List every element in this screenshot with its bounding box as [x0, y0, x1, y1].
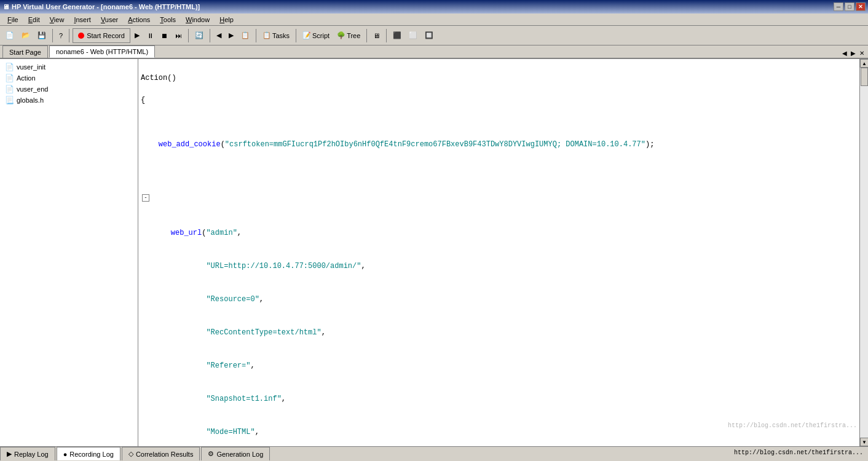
close-button[interactable]: ✕ [856, 2, 866, 11]
code-line-admin-4: "Referer=", [153, 360, 857, 371]
code-line-blank [141, 117, 857, 128]
next-snap-button[interactable]: ▶ [226, 28, 237, 43]
tab-replay-log[interactable]: ▶ Replay Log [0, 447, 55, 460]
code-line-admin-1: "URL=http://10.10.4.77:5000/admin/", [153, 261, 857, 272]
code-line-blank2 [141, 161, 857, 172]
recording-log-icon: ● [63, 451, 68, 458]
tab-start-page[interactable]: Start Page [2, 45, 48, 58]
title-bar-controls: ─ □ ✕ [834, 2, 866, 11]
code-line-admin-url: web_url("admin", [153, 227, 857, 238]
add-snap-button[interactable]: 📋 [238, 28, 253, 43]
separator-1 [52, 29, 53, 42]
scroll-thumb[interactable] [861, 68, 868, 86]
help-button[interactable]: ? [56, 28, 66, 43]
refresh-icon: 🔄 [195, 31, 203, 39]
icon1-icon: ⬛ [393, 31, 401, 39]
generation-log-icon: ⚙ [208, 450, 214, 458]
script-button[interactable]: 📝 Script [299, 28, 333, 43]
title-bar-text: HP Virtual User Generator - [noname6 - W… [12, 3, 200, 10]
replay-log-label: Replay Log [14, 451, 49, 458]
script-icon: 📄 [5, 63, 14, 71]
menu-window[interactable]: Window [181, 15, 215, 25]
tab-start-page-label: Start Page [9, 49, 41, 56]
new-icon: 📄 [6, 31, 14, 39]
recording-log-label: Recording Log [69, 451, 114, 458]
next-snap-icon: ▶ [229, 31, 234, 39]
tab-correlation-results[interactable]: ◇ Correlation Results [122, 447, 200, 460]
save-button[interactable]: 💾 [34, 28, 49, 43]
menu-vuser[interactable]: Vuser [96, 15, 123, 25]
open-button[interactable]: 📂 [18, 28, 33, 43]
maximize-button[interactable]: □ [845, 2, 854, 11]
bottom-tab-bar: ▶ Replay Log ● Recording Log ◇ Correlati… [0, 446, 868, 461]
scroll-up-button[interactable]: ▲ [860, 59, 868, 68]
sidebar-label-action: Action [17, 74, 36, 82]
icon3-button[interactable]: 🔲 [422, 28, 436, 43]
prev-snap-button[interactable]: ◀ [213, 28, 224, 43]
code-line-cookie: web_add_cookie("csrftoken=mmGFIucrq1Pf2h… [141, 139, 857, 150]
script-icon: 📝 [302, 31, 311, 39]
play-button[interactable]: ▶ [132, 28, 143, 43]
code-editor[interactable]: Action() { web_add_cookie("csrftoken=mmG… [138, 59, 859, 446]
separator-7 [366, 29, 367, 42]
menu-file[interactable]: File [2, 15, 23, 25]
separator-8 [386, 29, 387, 42]
start-record-button[interactable]: Start Record [73, 28, 130, 43]
new-button[interactable]: 📄 [2, 28, 17, 43]
document-tabs: Start Page noname6 - Web (HTTP/HTML) ◀ ▶… [0, 45, 868, 59]
tab-nav-left[interactable]: ◀ [841, 49, 848, 58]
play-icon: ▶ [135, 31, 140, 39]
code-line-admin-5: "Snapshot=t1.inf", [153, 393, 857, 404]
add-snap-icon: 📋 [241, 31, 250, 39]
app-icon: 🖥 [2, 3, 9, 10]
collapse-admin[interactable]: - [142, 194, 149, 202]
globals-icon: 📃 [5, 96, 14, 104]
code-line-admin-3: "RecContentType=text/html", [153, 327, 857, 338]
code-line-admin-2: "Resource=0", [153, 294, 857, 305]
icon2-icon: ⬜ [409, 31, 417, 39]
menu-view[interactable]: View [45, 15, 69, 25]
sidebar-item-globals[interactable]: 📃 globals.h [0, 95, 138, 106]
tasks-button[interactable]: 📋 Tasks [259, 28, 293, 43]
open-icon: 📂 [22, 31, 30, 39]
icon3-icon: 🔲 [425, 31, 433, 39]
menu-tools[interactable]: Tools [155, 15, 181, 25]
scroll-down-button[interactable]: ▼ [860, 438, 868, 446]
code-content: Action() { web_add_cookie("csrftoken=mmG… [141, 61, 857, 446]
code-scrollbar[interactable]: ▲ ▼ [859, 59, 868, 446]
generation-log-label: Generation Log [216, 451, 263, 458]
icon2-button[interactable]: ⬜ [406, 28, 420, 43]
step-button[interactable]: ⏭ [172, 28, 185, 43]
tree-label: Tree [347, 32, 360, 39]
script-end-icon: 📄 [5, 85, 14, 93]
menu-help[interactable]: Help [215, 15, 239, 25]
status-url: http://blog.csdn.net/the1firstra... [734, 449, 863, 456]
tab-noname6[interactable]: noname6 - Web (HTTP/HTML) [49, 45, 155, 58]
menu-edit[interactable]: Edit [23, 15, 45, 25]
tree-button[interactable]: 🌳 Tree [334, 28, 363, 43]
sidebar-label-globals: globals.h [17, 97, 44, 104]
scroll-track[interactable] [860, 68, 868, 438]
minimize-button[interactable]: ─ [834, 2, 843, 11]
save-icon: 💾 [37, 31, 46, 39]
icon1-button[interactable]: ⬛ [390, 28, 404, 43]
action-icon: 📄 [5, 74, 14, 82]
tab-generation-log[interactable]: ⚙ Generation Log [201, 447, 270, 460]
pause-button[interactable]: ⏸ [144, 28, 157, 43]
tasks-icon: 📋 [262, 31, 271, 39]
tree-icon: 🌳 [337, 31, 345, 39]
tab-nav-right[interactable]: ▶ [850, 49, 857, 58]
sidebar-item-action[interactable]: 📄 Action [0, 73, 138, 84]
sidebar-item-vuser-end[interactable]: 📄 vuser_end [0, 84, 138, 95]
prev-snap-icon: ◀ [216, 31, 221, 39]
stop-button[interactable]: ⏹ [158, 28, 171, 43]
refresh-button[interactable]: 🔄 [192, 28, 207, 43]
sidebar-item-vuser-init[interactable]: 📄 vuser_init [0, 61, 138, 73]
script-label: Script [312, 32, 329, 39]
tab-recording-log[interactable]: ● Recording Log [57, 447, 120, 460]
menu-actions[interactable]: Actions [123, 15, 155, 25]
menu-insert[interactable]: Insert [69, 15, 96, 25]
display-button[interactable]: 🖥 [370, 28, 383, 43]
pause-icon: ⏸ [147, 32, 154, 39]
tab-nav-close[interactable]: ✕ [858, 49, 866, 58]
